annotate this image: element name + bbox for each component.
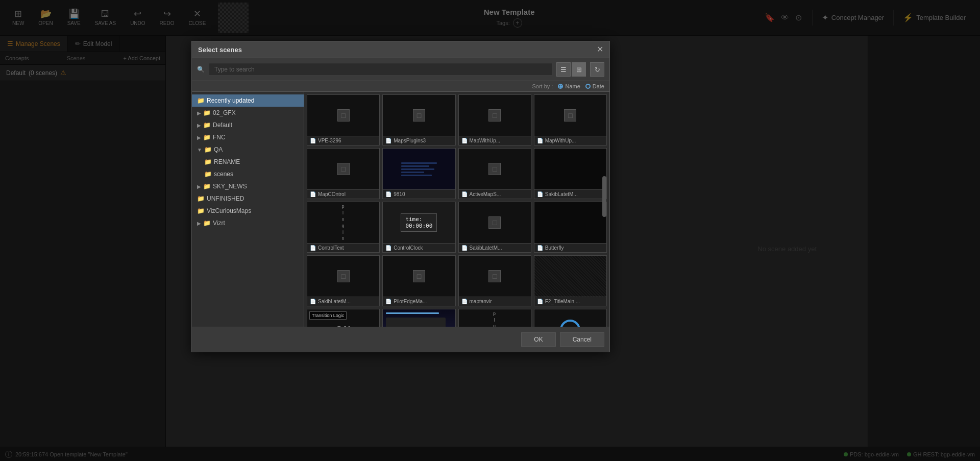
scene-card-mapwithup2[interactable]: 📄 MapWithUp... xyxy=(534,94,607,145)
folder-tree: 📁 Recently updated ▶ 📁 02_GFX ▶ 📁 Defaul… xyxy=(192,92,304,327)
scene-thumb: time:00:00:00 xyxy=(383,202,455,243)
cancel-button[interactable]: Cancel xyxy=(560,332,604,347)
scene-label: 📄 MapsPlugins3 xyxy=(383,136,455,145)
tree-item-default[interactable]: ▶ 📁 Default xyxy=(192,119,304,131)
folder-icon: 📁 xyxy=(203,183,211,190)
scene-thumb xyxy=(307,149,379,189)
scene-card-pilotedgema[interactable]: 📄 PilotEdgeMa... xyxy=(382,255,455,306)
modal-overlay: Select scenes ✕ 🔍 ☰ ⊞ ↻ Sort by : Name D… xyxy=(0,0,980,461)
scene-label: 📄 F2_TitleMain ... xyxy=(534,297,606,306)
sort-date-option[interactable]: Date xyxy=(585,83,604,89)
scene-card-nav[interactable]: 📄 xyxy=(382,309,455,327)
tree-item-scenes[interactable]: 📁 scenes xyxy=(192,168,304,180)
scene-label: 📄 9810 xyxy=(383,189,455,199)
scene-card-f2titlemain[interactable]: Transition Logic 📄 F2_TitleMain ... xyxy=(534,255,607,306)
refresh-button[interactable]: ↻ xyxy=(590,62,604,77)
scene-card-9810[interactable]: Transition Logic 📄 xyxy=(382,148,455,199)
expand-arrow: ▶ xyxy=(197,221,201,226)
sort-name-radio xyxy=(558,84,563,89)
scene-label: 📄 ControlClock xyxy=(383,243,455,252)
folder-icon: 📁 xyxy=(204,158,212,165)
scene-label: 📄 ControlText xyxy=(307,243,379,252)
scene-card-on[interactable]: Transition Logic ON 📄 xyxy=(307,309,380,327)
tree-item-sky-news[interactable]: ▶ 📁 SKY_NEWS xyxy=(192,180,304,192)
scene-card-controltext[interactable]: plugin 📄 ControlText xyxy=(307,202,380,253)
scene-label: 📄 ActiveMapS... xyxy=(459,189,531,199)
scene-card-butterfly[interactable]: 📄 Butterfly xyxy=(534,202,607,253)
scene-thumb xyxy=(459,256,531,297)
sort-name-option[interactable]: Name xyxy=(558,83,580,89)
folder-icon: 📁 xyxy=(197,195,205,202)
view-toggle: ☰ ⊞ xyxy=(556,62,586,77)
sort-date-radio xyxy=(585,84,591,89)
expand-arrow: ▶ xyxy=(197,123,201,128)
scene-grid: 📄 VPE-3296 📄 MapsPlugins3 xyxy=(304,92,609,327)
scene-thumb: plugin xyxy=(307,202,379,243)
scene-thumb xyxy=(383,309,455,327)
scene-thumb xyxy=(534,202,606,243)
modal-close-button[interactable]: ✕ xyxy=(597,45,603,54)
scene-label: 📄 MapWithUp... xyxy=(459,136,531,145)
ok-button[interactable]: OK xyxy=(521,332,555,347)
tree-item-rename[interactable]: 📁 RENAME xyxy=(192,156,304,168)
scene-thumb xyxy=(534,309,606,327)
expand-arrow: ▶ xyxy=(197,135,201,140)
scene-thumb xyxy=(459,95,531,136)
scene-card-controlclock[interactable]: time:00:00:00 📄 ControlClock xyxy=(382,202,455,253)
scene-thumb xyxy=(534,95,606,136)
scene-thumb: Transition Logic xyxy=(534,256,606,297)
scene-thumb: plugin xyxy=(459,309,531,327)
folder-icon: 📁 xyxy=(197,97,205,104)
scene-label: 📄 SakibLatetM... xyxy=(459,243,531,252)
scene-card-maptanvir[interactable]: 📄 maptanvir xyxy=(458,255,531,306)
folder-icon: 📁 xyxy=(204,171,212,178)
tree-item-unfinished[interactable]: 📁 UNFINISHED xyxy=(192,192,304,205)
scene-card-mapwithup1[interactable]: 📄 MapWithUp... xyxy=(458,94,531,145)
transition-badge: Transition Logic xyxy=(309,311,347,320)
scene-label: 📄 MapWithUp... xyxy=(534,136,606,145)
tree-item-vizrt[interactable]: ▶ 📁 Vizrt xyxy=(192,217,304,229)
scene-label: 📄 VPE-3296 xyxy=(307,136,379,145)
scene-thumb xyxy=(459,202,531,243)
expand-arrow: ▶ xyxy=(197,184,201,189)
scene-card-activemaps[interactable]: 📄 ActiveMapS... xyxy=(458,148,531,199)
scene-card-plugin2[interactable]: plugin 📄 xyxy=(458,309,531,327)
scene-thumb xyxy=(307,256,379,297)
scene-card-mapsplugins3[interactable]: 📄 MapsPlugins3 xyxy=(382,94,455,145)
select-scenes-modal: Select scenes ✕ 🔍 ☰ ⊞ ↻ Sort by : Name D… xyxy=(191,41,610,352)
scene-card-mapcontrol[interactable]: 📄 MapCOntrol xyxy=(307,148,380,199)
scene-card-sakiblatetm2[interactable]: 📄 SakibLatetM... xyxy=(458,202,531,253)
scene-thumb xyxy=(307,95,379,136)
scene-label: 📄 PilotEdgeMa... xyxy=(383,297,455,306)
scene-label: 📄 SakibLatetM... xyxy=(307,297,379,306)
scene-thumb: Transition Logic ON xyxy=(307,309,379,327)
scene-card-vpe-3296[interactable]: 📄 VPE-3296 xyxy=(307,94,380,145)
folder-icon: 📁 xyxy=(203,134,211,141)
scene-thumb xyxy=(459,149,531,189)
folder-icon: 📁 xyxy=(204,146,212,153)
expand-arrow: ▶ xyxy=(197,110,201,116)
scene-card-sakiblatetm3[interactable]: 📄 SakibLatetM... xyxy=(307,255,380,306)
scene-card-circle[interactable]: 📄 xyxy=(534,309,607,327)
expand-arrow: ▼ xyxy=(197,147,202,153)
scene-thumb xyxy=(383,256,455,297)
folder-icon: 📁 xyxy=(197,207,205,214)
folder-icon: 📁 xyxy=(203,122,211,129)
scene-thumb xyxy=(383,95,455,136)
tree-item-qa[interactable]: ▼ 📁 QA xyxy=(192,143,304,156)
scene-thumb: Transition Logic xyxy=(383,149,455,189)
tree-item-recently-updated[interactable]: 📁 Recently updated xyxy=(192,94,304,107)
grid-view-button[interactable]: ⊞ xyxy=(572,62,586,77)
modal-search-bar: 🔍 ☰ ⊞ ↻ xyxy=(192,58,609,81)
modal-sort-bar: Sort by : Name Date xyxy=(192,81,609,92)
scene-card-sakiblatetm1[interactable]: 📄 SakibLatetM... xyxy=(534,148,607,199)
list-view-button[interactable]: ☰ xyxy=(556,62,571,77)
modal-title: Select scenes xyxy=(198,46,242,54)
modal-footer: OK Cancel xyxy=(192,327,609,352)
search-input[interactable] xyxy=(209,63,552,76)
folder-icon: 📁 xyxy=(203,109,211,116)
tree-item-vizcuriousmaps[interactable]: 📁 VizCuriousMaps xyxy=(192,205,304,217)
tree-item-02-gfx[interactable]: ▶ 📁 02_GFX xyxy=(192,107,304,119)
scene-label: 📄 maptanvir xyxy=(459,297,531,306)
tree-item-fnc[interactable]: ▶ 📁 FNC xyxy=(192,131,304,143)
